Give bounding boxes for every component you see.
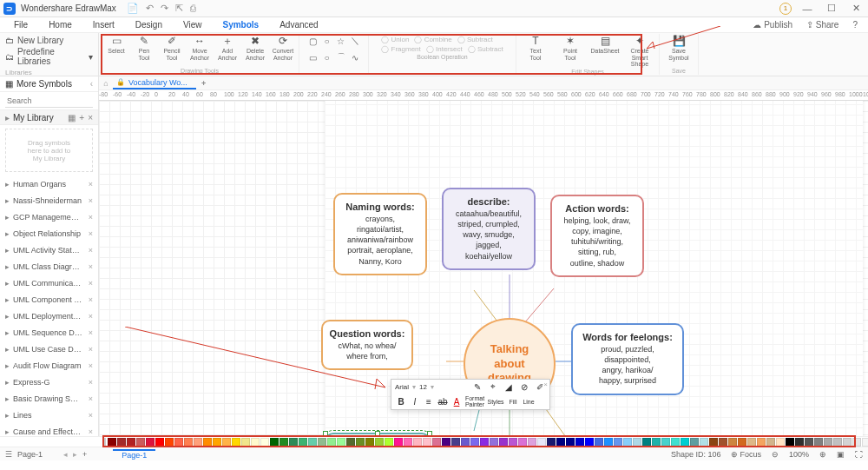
shape-preset-5[interactable]: ○ (321, 52, 333, 63)
color-swatch[interactable] (661, 438, 670, 447)
qa-undo-icon[interactable]: ↶ (146, 3, 154, 14)
search-input[interactable] (5, 94, 93, 108)
edit-datasheet[interactable]: ▤DataSheet (589, 36, 621, 55)
drawing-tool-convert-anchor[interactable]: ⟳ConvertAnchor (271, 36, 295, 61)
menu-design[interactable]: Design (125, 20, 173, 30)
color-swatch[interactable] (442, 438, 450, 447)
color-swatch[interactable] (700, 438, 708, 447)
color-swatch[interactable] (404, 438, 412, 447)
color-swatch[interactable] (776, 438, 785, 447)
color-swatch[interactable] (786, 438, 794, 447)
status-focus[interactable]: ⊕ Focus (731, 450, 761, 459)
floating-format-toolbar[interactable]: × Arial▾ 12▾ ✎ ⌖ ◢ ⊘ ✐ B I ≡ ab A (391, 379, 550, 410)
predefine-libraries-button[interactable]: 🗂 Predefine Libraries ▾ (5, 46, 93, 67)
shape-preset-1[interactable]: ○ (321, 36, 333, 46)
menu-symbols[interactable]: Symbols (212, 20, 269, 30)
floatbar-close-icon[interactable]: × (543, 381, 548, 388)
lib-add-icon[interactable]: + (79, 113, 84, 122)
page-list-icon[interactable]: ☰ (5, 450, 12, 459)
drawing-tool-pencil-tool[interactable]: ✐PencilTool (160, 36, 184, 61)
color-swatch[interactable] (556, 438, 565, 447)
color-swatch[interactable] (747, 438, 756, 447)
user-badge[interactable]: 1 (779, 3, 792, 15)
drawing-tool-add-anchor[interactable]: ＋AddAnchor (215, 36, 240, 61)
no-fill-swatch[interactable] (104, 438, 106, 447)
shape-preset-3[interactable]: ＼ (349, 36, 361, 46)
library-item[interactable]: ▸UML Deployment Diagram× (0, 308, 98, 324)
boolean-intersect[interactable]: ◯ Intersect (426, 45, 463, 53)
library-item[interactable]: ▸UML Communication Diagr...× (0, 275, 98, 291)
color-swatch[interactable] (537, 438, 546, 447)
color-swatch[interactable] (165, 438, 174, 447)
color-swatch[interactable] (566, 438, 575, 447)
library-item[interactable]: ▸UML Component Diagram× (0, 291, 98, 308)
color-swatch[interactable] (174, 438, 183, 447)
collapse-icon[interactable]: ‹ (90, 79, 93, 89)
boolean-fragment[interactable]: ◯ Fragment (381, 45, 420, 53)
new-library-button[interactable]: 🗀 New Library (5, 35, 93, 46)
color-swatch[interactable] (289, 438, 298, 447)
color-swatch[interactable] (843, 438, 852, 447)
color-swatch[interactable] (490, 438, 498, 447)
color-swatch[interactable] (337, 438, 345, 447)
canvas[interactable]: Talkingaboutdrawing Naming words:crayons… (99, 101, 868, 436)
shape-preset-0[interactable]: ▢ (307, 36, 319, 46)
color-swatch[interactable] (279, 438, 288, 447)
color-swatch[interactable] (241, 438, 250, 447)
color-swatch[interactable] (604, 438, 613, 447)
fill-label[interactable]: Fill (510, 399, 517, 405)
drawing-tool-pen-tool[interactable]: ✎PenTool (132, 36, 156, 61)
node-question-words[interactable]: Question words:cWhat, no whea/ where fro… (321, 320, 413, 370)
color-swatch[interactable] (480, 438, 489, 447)
page-add-icon[interactable]: + (82, 450, 87, 459)
library-item[interactable]: ▸Audit Flow Diagram× (0, 357, 98, 374)
color-swatch[interactable] (394, 438, 403, 447)
color-swatch[interactable] (222, 438, 231, 447)
color-swatch[interactable] (824, 438, 832, 447)
color-swatch[interactable] (833, 438, 842, 447)
color-swatch[interactable] (509, 438, 517, 447)
drawing-tool-move-anchor[interactable]: ↔MoveAnchor (187, 36, 212, 61)
color-swatch[interactable] (518, 438, 527, 447)
italic-button[interactable]: I (409, 397, 421, 407)
color-swatch[interactable] (461, 438, 470, 447)
menu-view[interactable]: View (173, 20, 213, 30)
bold-button[interactable]: B (395, 397, 407, 407)
color-swatch[interactable] (308, 438, 317, 447)
help-icon[interactable]: ? (845, 20, 865, 30)
color-swatch[interactable] (318, 438, 326, 447)
lib-close-icon[interactable]: × (88, 113, 93, 122)
color-swatch[interactable] (413, 438, 422, 447)
boolean-subtract[interactable]: ◯ Subtract (457, 36, 493, 43)
shape-preset-2[interactable]: ☆ (335, 36, 347, 46)
edit-create-smart-shape[interactable]: ✦CreateSmartShape (624, 36, 655, 68)
share-button[interactable]: ⇪ Share (799, 20, 845, 30)
boolean-subtract[interactable]: ◯ Subtract (468, 45, 503, 53)
qa-export-icon[interactable]: ⇱ (175, 3, 183, 14)
library-item[interactable]: ▸GCP Management Tools× (0, 209, 98, 225)
color-swatch[interactable] (127, 438, 135, 447)
library-item[interactable]: ▸Basic Drawing Shapes× (0, 390, 98, 407)
qa-print-icon[interactable]: ⎙ (190, 3, 196, 14)
color-swatch[interactable] (652, 438, 661, 447)
color-swatch[interactable] (432, 438, 441, 447)
color-swatch[interactable] (766, 438, 775, 447)
qa-redo-icon[interactable]: ↷ (161, 3, 168, 14)
color-swatch[interactable] (470, 438, 479, 447)
library-item[interactable]: ▸Object Relationship× (0, 225, 98, 242)
save-symbol-button[interactable]: 💾SaveSymbol (663, 36, 694, 61)
tab-add-button[interactable]: + (196, 79, 211, 88)
page-prev-icon[interactable]: ◂ (63, 450, 68, 459)
color-swatch[interactable] (623, 438, 632, 447)
boolean-combine[interactable]: ◯ Combine (414, 36, 451, 43)
clear-icon[interactable]: ⊘ (518, 382, 530, 392)
color-swatch[interactable] (365, 438, 374, 447)
color-swatch[interactable] (327, 438, 336, 447)
color-swatch[interactable] (528, 438, 536, 447)
pick-icon[interactable]: ⌖ (487, 381, 499, 392)
align-button[interactable]: ≡ (423, 397, 435, 407)
color-swatch[interactable] (184, 438, 193, 447)
color-swatch[interactable] (633, 438, 641, 447)
drawing-tool-delete-anchor[interactable]: ✖DeleteAnchor (243, 36, 267, 61)
color-swatch[interactable] (852, 438, 861, 447)
